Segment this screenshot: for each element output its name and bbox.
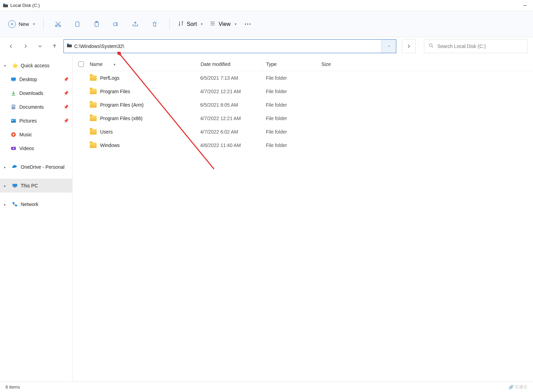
rename-button[interactable] — [109, 17, 123, 31]
table-row[interactable]: Windows 4/6/2022 11:40 AM File folder — [72, 138, 533, 152]
plus-icon: + — [8, 20, 16, 28]
network-icon — [12, 201, 18, 207]
file-list: Name ▲ Date modified Type Size PerfLogs … — [72, 55, 533, 382]
column-date[interactable]: Date modified — [197, 61, 262, 67]
copy-button[interactable] — [70, 17, 84, 31]
search-icon — [428, 43, 434, 50]
sidebar-label: Documents — [19, 104, 44, 110]
column-type[interactable]: Type — [262, 61, 318, 67]
sidebar-item-pictures[interactable]: Pictures 📌 — [0, 114, 72, 128]
new-label: New — [19, 21, 29, 27]
star-icon: ⭐ — [12, 62, 18, 69]
file-type: File folder — [262, 102, 318, 108]
table-row[interactable]: Program Files (Arm) 6/5/2021 8:05 AM Fil… — [72, 98, 533, 111]
forward-button[interactable] — [20, 41, 31, 52]
view-icon — [210, 20, 216, 28]
chevron-right-icon: ▸ — [4, 203, 9, 206]
chevron-down-icon: ▾ — [235, 22, 236, 26]
sidebar-item-videos[interactable]: Videos — [0, 141, 72, 155]
column-name[interactable]: Name ▲ — [90, 61, 197, 67]
select-all-checkbox[interactable] — [78, 61, 84, 67]
sidebar-item-desktop[interactable]: Desktop 📌 — [0, 72, 72, 86]
address-dropdown[interactable] — [381, 40, 396, 53]
sidebar-item-music[interactable]: Music — [0, 128, 72, 141]
search-input[interactable] — [437, 43, 523, 49]
svg-rect-5 — [76, 22, 79, 26]
sidebar-quick-access[interactable]: ▾ ⭐ Quick access — [0, 59, 72, 72]
folder-icon — [90, 102, 97, 108]
new-button[interactable]: + New ▾ — [5, 18, 38, 30]
column-label: Name — [90, 61, 103, 67]
recent-button[interactable] — [35, 41, 46, 52]
file-type: File folder — [262, 75, 318, 81]
cut-button[interactable] — [51, 17, 65, 31]
table-row[interactable]: PerfLogs 6/5/2021 7:13 AM File folder — [72, 71, 533, 85]
column-label: Type — [266, 61, 277, 67]
search-box[interactable] — [424, 39, 527, 53]
sort-button[interactable]: Sort ▾ — [174, 18, 206, 30]
sidebar: ▾ ⭐ Quick access Desktop 📌 Downloads 📌 D… — [0, 55, 72, 382]
svg-rect-14 — [12, 105, 16, 109]
sidebar-network[interactable]: ▸ Network — [0, 197, 72, 211]
back-button[interactable] — [6, 41, 17, 52]
address-input[interactable] — [74, 43, 379, 49]
file-date: 4/7/2022 12:21 AM — [197, 89, 262, 94]
sort-icon — [178, 20, 184, 28]
table-row[interactable]: Program Files (x86) 4/7/2022 12:21 AM Fi… — [72, 111, 533, 125]
sidebar-label: Pictures — [19, 118, 37, 124]
sidebar-label: Quick access — [21, 63, 49, 68]
delete-button[interactable] — [148, 17, 162, 31]
pin-icon: 📌 — [64, 77, 69, 82]
pc-icon — [12, 183, 18, 189]
svg-rect-22 — [12, 184, 17, 187]
svg-rect-12 — [11, 78, 16, 81]
sidebar-label: Videos — [19, 146, 34, 151]
column-label: Date modified — [201, 61, 230, 67]
table-row[interactable]: Program Files 4/7/2022 12:21 AM File fol… — [72, 85, 533, 98]
table-row[interactable]: Users 4/7/2022 6:02 AM File folder — [72, 125, 533, 138]
pin-icon: 📌 — [64, 118, 69, 123]
view-button[interactable]: View ▾ — [206, 18, 240, 30]
sort-asc-icon: ▲ — [113, 62, 116, 66]
document-icon — [10, 104, 17, 110]
file-name: PerfLogs — [100, 75, 119, 81]
chevron-down-icon: ▾ — [4, 64, 9, 68]
watermark-text: 亿速云 — [515, 384, 527, 390]
file-name: Program Files (Arm) — [100, 102, 144, 108]
svg-point-18 — [12, 120, 13, 121]
svg-rect-1 — [3, 3, 5, 4]
paste-button[interactable] — [90, 17, 104, 31]
file-date: 4/7/2022 6:02 AM — [197, 129, 262, 135]
toolbar: + New ▾ Sort ▾ View ▾ ··· — [0, 11, 533, 37]
disk-icon — [67, 43, 72, 50]
file-type: File folder — [262, 129, 318, 135]
svg-rect-25 — [15, 205, 17, 207]
music-icon — [10, 131, 17, 138]
sidebar-label: This PC — [21, 183, 38, 188]
up-button[interactable] — [49, 41, 60, 52]
share-button[interactable] — [128, 17, 142, 31]
column-size[interactable]: Size — [318, 61, 359, 67]
sidebar-label: Desktop — [19, 77, 37, 82]
file-date: 4/6/2022 11:40 AM — [197, 143, 262, 148]
nav-row — [0, 37, 533, 55]
sidebar-onedrive[interactable]: ▸ OneDrive - Personal — [0, 160, 72, 174]
minimize-button[interactable] — [517, 0, 533, 11]
column-label: Size — [321, 61, 331, 67]
status-text: 6 items — [6, 384, 20, 390]
pin-icon: 📌 — [64, 105, 69, 109]
sidebar-item-documents[interactable]: Documents 📌 — [0, 100, 72, 114]
chevron-right-icon: ▸ — [4, 165, 9, 169]
file-name: Windows — [100, 143, 120, 148]
address-bar[interactable] — [64, 39, 396, 53]
go-button[interactable] — [402, 39, 416, 53]
sidebar-item-downloads[interactable]: Downloads 📌 — [0, 86, 72, 100]
folder-icon — [90, 143, 97, 148]
svg-rect-24 — [12, 202, 14, 204]
sidebar-this-pc[interactable]: ▸ This PC — [0, 179, 72, 193]
status-bar: 6 items — [0, 382, 533, 392]
sidebar-label: Downloads — [19, 90, 43, 96]
chevron-down-icon: ▾ — [33, 22, 35, 26]
svg-rect-9 — [67, 45, 72, 47]
more-button[interactable]: ··· — [240, 19, 256, 29]
